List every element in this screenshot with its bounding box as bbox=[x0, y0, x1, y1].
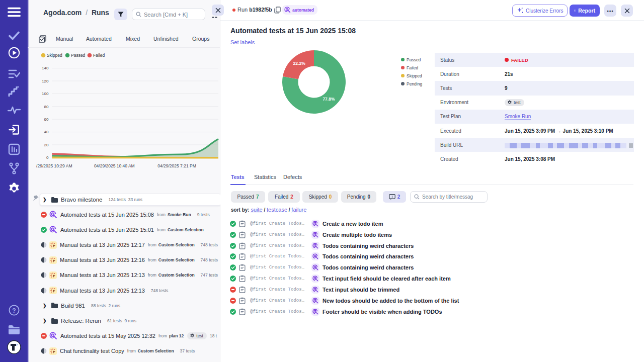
svg-text:/29/2025 10:29 AM: /29/2025 10:29 AM bbox=[36, 163, 72, 168]
svg-text:100: 100 bbox=[42, 92, 49, 96]
svg-text:20: 20 bbox=[44, 143, 48, 147]
svg-text:0: 0 bbox=[46, 155, 49, 160]
svg-text:04/29/2025 10:40 AM: 04/29/2025 10:40 AM bbox=[94, 163, 135, 168]
svg-text:Skipped: Skipped bbox=[47, 53, 62, 58]
svg-text:Failed: Failed bbox=[93, 53, 105, 58]
svg-text:120: 120 bbox=[42, 79, 49, 83]
svg-text:04/29/2025 7:21 PM: 04/29/2025 7:21 PM bbox=[157, 163, 196, 168]
svg-text:22.2%: 22.2% bbox=[293, 61, 306, 66]
svg-text:Passed: Passed bbox=[71, 53, 86, 58]
svg-text:80: 80 bbox=[44, 105, 48, 109]
svg-text:40: 40 bbox=[44, 130, 48, 134]
svg-text:77.8%: 77.8% bbox=[323, 97, 335, 102]
svg-text:60: 60 bbox=[44, 117, 48, 122]
svg-text:?: ? bbox=[12, 307, 16, 314]
svg-text:140: 140 bbox=[42, 66, 49, 70]
